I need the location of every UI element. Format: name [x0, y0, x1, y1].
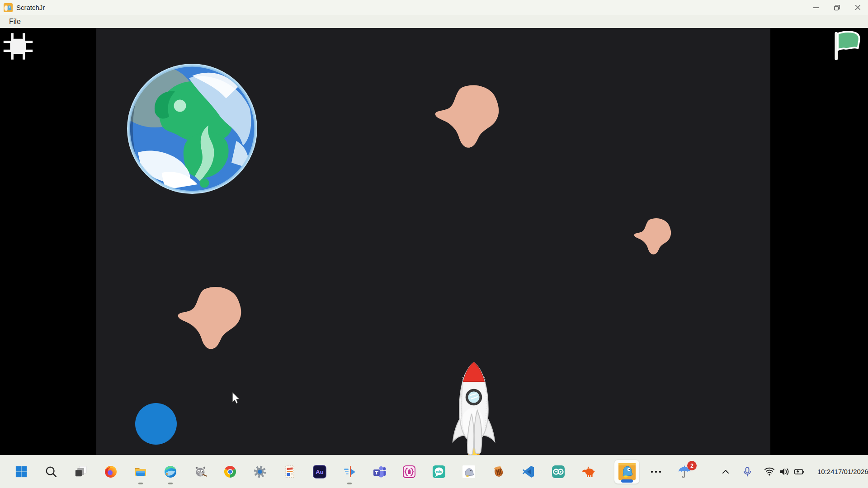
menubar: File: [0, 15, 868, 28]
asteroid-icon: [433, 81, 504, 149]
search-button[interactable]: [42, 463, 60, 481]
hidden-icons-button[interactable]: [717, 463, 734, 480]
running-indicator: [138, 483, 143, 484]
minimize-icon: [813, 7, 819, 8]
aardvark-app-icon: [581, 465, 595, 479]
windows-start-icon: [15, 465, 28, 478]
menu-file[interactable]: File: [6, 17, 24, 27]
stamp-app-icon: [283, 465, 297, 479]
vscode-icon: [522, 465, 535, 479]
film-reel-app-icon: [492, 465, 505, 479]
gear-icon: [253, 465, 267, 479]
asteroid-icon: [176, 283, 246, 350]
file-explorer-icon: [134, 465, 147, 479]
tray-date: 17/01/2026: [835, 468, 868, 476]
vscode-button[interactable]: [519, 463, 538, 481]
braces-puzzle-app-button[interactable]: [400, 463, 418, 481]
settings-button[interactable]: [251, 463, 269, 481]
moon-circle-sprite[interactable]: [135, 403, 177, 445]
svg-text:Au: Au: [316, 469, 323, 475]
rocket-icon: [450, 357, 498, 455]
teams-icon: [373, 465, 386, 479]
window-controls: [806, 0, 868, 15]
adobe-audition-icon: Au: [313, 465, 326, 479]
taskbar: Au: [0, 455, 868, 488]
edge-button[interactable]: [161, 463, 179, 481]
edu-app-icon: edu: [432, 465, 446, 479]
file-explorer-button[interactable]: [132, 463, 150, 481]
exit-fullscreen-icon: [3, 33, 33, 60]
desktop: ScratchJr File: [0, 0, 868, 488]
battery-charging-icon: [794, 466, 805, 477]
firefox-icon: [104, 465, 118, 479]
asteroid-icon: [633, 216, 674, 255]
green-flag-start-button[interactable]: [831, 29, 862, 62]
asteroid-sprite-top[interactable]: [433, 81, 504, 149]
task-view-button[interactable]: [72, 463, 90, 481]
chevron-up-icon: [721, 467, 730, 476]
network-volume-battery-button[interactable]: [763, 465, 806, 479]
umbrella-notification-button[interactable]: 2: [675, 463, 693, 481]
rocket-sprite[interactable]: [450, 357, 498, 455]
restore-icon: [834, 5, 840, 10]
firefox-button[interactable]: [102, 463, 120, 481]
film-reel-app-button[interactable]: [490, 463, 508, 481]
aardvark-app-button[interactable]: [579, 463, 597, 481]
scratchjr-icon: [618, 463, 636, 480]
microphone-tray-button[interactable]: [739, 463, 756, 480]
system-tray: 10:24 17/01/2026: [693, 463, 868, 480]
exit-fullscreen-button[interactable]: [3, 33, 33, 60]
clock-tray-button[interactable]: 10:24 17/01/2026: [817, 468, 868, 476]
blue-circle-icon: [135, 403, 177, 445]
earth-icon: [124, 61, 260, 197]
ellipsis-icon: [650, 466, 662, 478]
earth-sprite[interactable]: [124, 61, 260, 197]
asteroid-sprite-right[interactable]: [633, 216, 674, 255]
presentation-area: [0, 28, 868, 455]
edge-icon: [164, 465, 177, 479]
running-indicator: [168, 483, 173, 484]
task-view-icon: [75, 465, 87, 478]
titlebar: ScratchJr: [0, 0, 868, 15]
arduino-icon: [552, 465, 565, 479]
microphone-icon: [742, 466, 753, 477]
gimp-icon: [193, 465, 207, 479]
seal-paint-app-button[interactable]: [460, 463, 478, 481]
gimp-button[interactable]: [191, 463, 209, 481]
wifi-icon: [764, 466, 775, 477]
minimize-button[interactable]: [806, 0, 826, 15]
running-indicator: [347, 483, 352, 484]
start-button[interactable]: [12, 463, 30, 481]
active-window-indicator: [621, 479, 633, 483]
chrome-button[interactable]: [221, 463, 239, 481]
svg-text:edu: edu: [436, 469, 442, 474]
close-button[interactable]: [847, 0, 868, 15]
stream-pin-app-button[interactable]: [340, 463, 359, 481]
adobe-audition-button[interactable]: Au: [311, 463, 329, 481]
seal-paint-app-icon: [462, 465, 476, 479]
mouse-cursor: [232, 392, 240, 404]
chrome-icon: [223, 465, 237, 479]
arduino-button[interactable]: [549, 463, 567, 481]
asteroid-sprite-left[interactable]: [176, 283, 246, 350]
search-icon: [45, 465, 57, 478]
teams-button[interactable]: [370, 463, 388, 481]
green-flag-icon: [831, 29, 862, 62]
stamp-app-button[interactable]: [281, 463, 299, 481]
notification-badge: 2: [687, 461, 697, 470]
window-title: ScratchJr: [16, 4, 45, 11]
close-icon: [855, 5, 860, 10]
scratchjr-taskbar-button-active[interactable]: [614, 460, 640, 484]
edu-app-button[interactable]: edu: [430, 463, 448, 481]
taskbar-overflow-button[interactable]: [647, 463, 665, 481]
tray-time: 10:24: [817, 468, 835, 476]
restore-button[interactable]: [826, 0, 847, 15]
braces-puzzle-app-icon: [402, 465, 416, 479]
volume-icon: [779, 466, 790, 477]
stream-pin-app-icon: [343, 465, 356, 479]
scratchjr-app-icon: [4, 3, 13, 12]
